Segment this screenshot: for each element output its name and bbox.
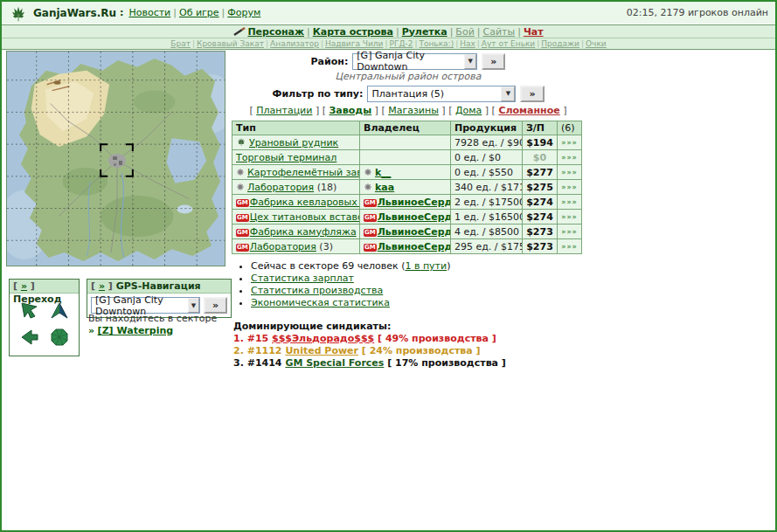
category-plantations[interactable]: Плантации: [256, 105, 312, 116]
district-go-button[interactable]: »: [482, 53, 505, 70]
island-map[interactable]: [6, 51, 225, 266]
gps-expand-link[interactable]: »: [99, 280, 105, 292]
nav-roulette[interactable]: Рулетка: [402, 26, 447, 38]
nav-sites[interactable]: Сайты: [483, 26, 516, 38]
logo-separator: :: [120, 7, 123, 18]
production-stats-link[interactable]: Статистика производства: [251, 285, 383, 296]
salary-value: $194: [523, 135, 558, 150]
owner-link[interactable]: ЛьвиноеСердце: [378, 241, 451, 252]
quicklink[interactable]: Надвига Чили: [325, 39, 383, 48]
production-value: 0 ед. / $0: [451, 150, 523, 165]
facility-details-link[interactable]: »»»: [561, 198, 578, 206]
dropdown-arrow-icon[interactable]: ▼: [501, 86, 515, 101]
owner-link[interactable]: kaa: [375, 182, 394, 193]
facility-link[interactable]: Фабрика кевларовых щитков: [250, 197, 360, 208]
nav-fight[interactable]: Бой: [455, 26, 474, 38]
location-arrow: »: [88, 325, 94, 336]
quicklink[interactable]: Очки: [586, 39, 607, 48]
in-transit-link[interactable]: 1 в пути: [405, 260, 447, 272]
nav-island-map[interactable]: Карта острова: [313, 26, 393, 38]
bracket: [: [323, 105, 326, 116]
salary-value: $277: [523, 165, 558, 180]
dropdown-arrow-icon[interactable]: ▼: [188, 298, 199, 313]
transition-expand-link[interactable]: »: [21, 280, 27, 292]
district-select[interactable]: [G] Ganja City Downtown ▼: [352, 53, 477, 70]
filter-go-button[interactable]: »: [520, 86, 544, 102]
salary-value: $274: [523, 195, 558, 210]
table-row: GMЦех титановых вставок (1) GMЛьвиноеСер…: [232, 210, 582, 225]
facility-details-link[interactable]: »»»: [561, 154, 578, 162]
move-northwest-arrow-icon[interactable]: [18, 301, 41, 321]
topbar-link-forum[interactable]: Форум: [227, 7, 260, 18]
production-value: 340 ед. / $171: [451, 180, 523, 195]
production-value: 7928 ед. / $90: [451, 135, 523, 150]
facility-details-link[interactable]: »»»: [561, 139, 578, 147]
owner-link[interactable]: k__: [375, 167, 391, 178]
separator: |: [454, 39, 460, 48]
quicklink[interactable]: Брат: [170, 39, 191, 48]
quicklink[interactable]: РГД-2: [390, 39, 413, 48]
category-houses[interactable]: Дома: [455, 105, 482, 116]
syndicates-block: Доминирующие синдикаты: 1. #15 $$$Эльдор…: [233, 321, 585, 370]
facilities-table: Тип Владелец Продукция З/П (6) Урановый …: [232, 121, 582, 254]
syndicate-link[interactable]: GM Special Forces: [285, 357, 384, 369]
list-item: Статистика производства: [251, 285, 585, 297]
online-status: 02:15, 2179 игроков онлайн: [627, 7, 768, 18]
syndicate-row: 3. #1414 GM Special Forces [ 17% произво…: [233, 357, 585, 370]
current-sector-link[interactable]: [Z] Waterping: [98, 325, 174, 336]
center-sector-icon[interactable]: [48, 327, 71, 348]
owner-link[interactable]: ЛьвиноеСердце: [378, 211, 451, 223]
gm-badge-icon: GM: [364, 199, 377, 207]
sector-people-text: Сейчас в секторе 69 человек: [251, 260, 399, 272]
separator: |: [219, 7, 228, 18]
facility-details-link[interactable]: »»»: [561, 169, 578, 176]
quicklink[interactable]: Нах: [460, 39, 475, 48]
facility-link[interactable]: Цех титановых вставок: [250, 211, 360, 223]
gm-badge-icon: GM: [236, 229, 249, 237]
bracket: ]: [108, 280, 113, 292]
owner-link[interactable]: ЛьвиноеСердце: [378, 197, 451, 208]
salary-stats-link[interactable]: Статистика зарплат: [251, 273, 354, 284]
separator: |: [170, 7, 179, 18]
facility-link[interactable]: Лаборатория: [247, 182, 314, 193]
city-area: [108, 154, 126, 168]
syndicate-link[interactable]: United Power: [285, 345, 358, 356]
quicklink[interactable]: Тонька:): [419, 39, 454, 48]
gps-district-select[interactable]: [G] Ganja City Downtown ▼: [91, 297, 200, 314]
transition-header: [ » ] Переход: [10, 280, 79, 294]
quicklink[interactable]: Продажи: [541, 39, 579, 48]
facility-link[interactable]: Торговый терминал: [236, 152, 336, 163]
syndicate-link[interactable]: $$$Эльдорадо$$$: [272, 333, 374, 344]
sector-info-list: Сейчас в секторе 69 человек (1 в пути) С…: [239, 260, 585, 309]
gps-go-button[interactable]: »: [204, 297, 227, 314]
facility-details-link[interactable]: »»»: [561, 228, 578, 236]
nav-character[interactable]: Персонаж: [247, 26, 304, 38]
gm-badge-icon: GM: [364, 214, 377, 222]
facility-link[interactable]: Урановый рудник: [249, 137, 338, 149]
separator: |: [304, 26, 313, 38]
move-north-arrow-icon[interactable]: [48, 301, 71, 321]
facility-details-link[interactable]: »»»: [561, 243, 578, 251]
economy-stats-link[interactable]: Экономическая статистика: [251, 297, 390, 308]
separator: |: [264, 39, 270, 48]
quicklink[interactable]: Анализатор: [270, 39, 319, 48]
facility-link[interactable]: Лаборатория: [250, 241, 316, 252]
facility-link[interactable]: Фабрика камуфляжа: [250, 226, 357, 238]
category-broken[interactable]: Сломанное: [498, 105, 559, 116]
category-factories[interactable]: Заводы: [330, 105, 372, 116]
top-bar: GanjaWars.Ru : Новости | Об игре | Форум…: [2, 2, 775, 24]
nav-chat[interactable]: Чат: [524, 26, 544, 38]
topbar-link-about[interactable]: Об игре: [179, 7, 219, 18]
category-shops[interactable]: Магазины: [388, 105, 439, 116]
facility-details-link[interactable]: »»»: [561, 183, 578, 191]
district-select-value: [G] Ganja City Downtown: [357, 50, 464, 73]
facility-link[interactable]: Картофелемётный завод: [247, 167, 360, 178]
dropdown-arrow-icon[interactable]: ▼: [464, 54, 476, 69]
quicklink[interactable]: Аут от Еньки: [482, 39, 535, 48]
move-west-arrow-icon[interactable]: [18, 327, 41, 348]
filter-select[interactable]: Плантация (5) ▼: [367, 86, 516, 102]
topbar-link-news[interactable]: Новости: [128, 7, 170, 18]
quicklink[interactable]: Кровавый Закат: [197, 39, 264, 48]
owner-link[interactable]: ЛьвиноеСердце: [378, 226, 451, 238]
facility-details-link[interactable]: »»»: [561, 213, 578, 221]
